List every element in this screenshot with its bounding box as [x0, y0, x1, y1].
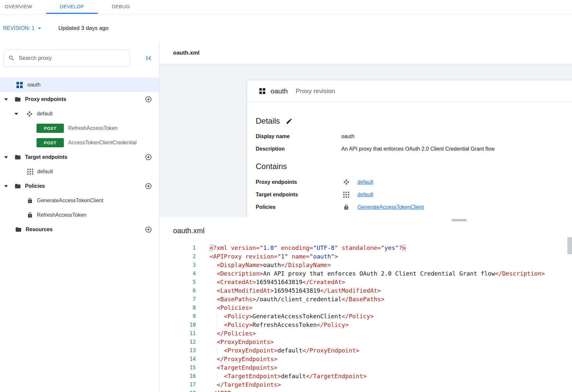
code-line-content[interactable]: </APIProxy> — [204, 389, 249, 392]
tree-item-label: AccessTokenClientCredential — [68, 140, 137, 146]
splitter-handle[interactable] — [452, 219, 467, 221]
revision-selector[interactable]: REVISION: 1 — [3, 25, 43, 32]
code-line-content[interactable]: <APIProxy revision="1" name="oauth"> — [204, 252, 338, 261]
tree-item-target-endpoints[interactable]: Target endpoints — [0, 150, 159, 164]
code-line-content[interactable]: </ProxyEndpoints> — [204, 355, 277, 363]
code-line[interactable]: 9 <Policy>GenerateAccessTokenClient</Pol… — [159, 312, 572, 321]
tree-item-policy-generateaccesstokenclient[interactable]: GenerateAccessTokenClient — [0, 193, 159, 208]
code-line-content[interactable]: <LastModifiedAt>1659451643819</LastModif… — [204, 286, 381, 295]
tree-item-flow-refreshaccesstoken[interactable]: POST RefreshAccessToken — [0, 121, 159, 135]
code-line[interactable]: 12 <ProxyEndpoints> — [159, 338, 572, 346]
code-panel: oauth.xml 1<?xml version="1.0" encoding=… — [159, 223, 572, 392]
tree-item-flow-accesstokenclientcredential[interactable]: POST AccessTokenClientCredential — [0, 135, 159, 150]
code-line-content[interactable]: <TargetEndpoint>default</TargetEndpoint> — [204, 372, 367, 380]
add-proxy-endpoint-button[interactable] — [144, 95, 152, 103]
code-line-content[interactable]: <ProxyEndpoint>default</ProxyEndpoint> — [204, 346, 359, 355]
expand-arrow-icon[interactable] — [4, 185, 8, 187]
code-line-content[interactable]: <CreatedAt>1659451643819</CreatedAt> — [204, 278, 345, 286]
expand-arrow-icon[interactable] — [4, 156, 8, 159]
code-line[interactable]: 2<APIProxy revision="1" name="oauth"> — [159, 252, 572, 261]
tree-item-label: RefreshAccessToken — [68, 125, 117, 131]
add-target-endpoint-button[interactable] — [144, 153, 152, 161]
expand-arrow-icon[interactable] — [14, 113, 18, 115]
line-number: 7 — [159, 295, 204, 304]
code-line[interactable]: 14 </ProxyEndpoints> — [159, 355, 572, 363]
tree-item-oauth[interactable]: oauth — [0, 78, 159, 92]
tree-item-label: RefreshAccessToken — [37, 212, 86, 218]
folder-icon — [14, 154, 21, 160]
code-line[interactable]: 15 <TargetEndpoints> — [159, 363, 572, 372]
target-endpoint-default-link[interactable]: default — [357, 192, 373, 198]
proxy-endpoint-default-link[interactable]: default — [357, 179, 373, 185]
policy-generateaccesstokenclient-link[interactable]: GenerateAccessTokenClient — [357, 204, 424, 210]
code-line[interactable]: 3 <DisplayName>oauth</DisplayName> — [159, 261, 572, 269]
tree-item-policies[interactable]: Policies — [0, 179, 159, 193]
code-line-content[interactable]: <Policy>GenerateAccessTokenClient</Polic… — [204, 312, 374, 321]
code-line-content[interactable]: <DisplayName>oauth</DisplayName> — [204, 261, 331, 269]
line-number: 11 — [159, 329, 204, 338]
code-line-content[interactable]: <Policies> — [204, 304, 252, 312]
tree-item-label: GenerateAccessTokenClient — [37, 198, 103, 204]
code-line-content[interactable]: <Description>An API proxy that enforces … — [204, 269, 545, 278]
tab-overview[interactable]: OVERVIEW — [0, 0, 46, 14]
apigee-develop-page: OVERVIEW DEVELOP DEBUG REVISION: 1 Updat… — [0, 0, 572, 392]
api-proxy-grid-icon — [259, 88, 265, 94]
edit-pencil-icon[interactable] — [286, 118, 293, 125]
file-name: oauth.xml — [173, 50, 199, 56]
code-line[interactable]: 13 <ProxyEndpoint>default</ProxyEndpoint… — [159, 346, 572, 355]
code-line[interactable]: 17 </TargetEndpoints> — [159, 380, 572, 389]
code-line-content[interactable]: </TargetEndpoints> — [204, 380, 281, 389]
search-proxy-input[interactable] — [18, 55, 125, 62]
tree-item-proxy-endpoints[interactable]: Proxy endpoints — [0, 92, 159, 107]
code-line-content[interactable]: <BasePaths>/oauth/client_credential</Bas… — [204, 295, 384, 304]
policies-label: Policies — [256, 204, 341, 210]
contains-heading: Contains — [256, 162, 572, 171]
code-line[interactable]: 7 <BasePaths>/oauth/client_credential</B… — [159, 295, 572, 304]
code-line[interactable]: 6 <LastModifiedAt>1659451643819</LastMod… — [159, 286, 572, 295]
code-line-content[interactable]: <?xml version="1.0" encoding="UTF-8" sta… — [204, 244, 406, 252]
revision-label: REVISION: 1 — [3, 25, 35, 31]
file-header: oauth.xml — [159, 42, 572, 64]
line-number: 9 — [159, 312, 204, 321]
tree-item-label: Resources — [26, 227, 53, 233]
description-label: Description — [256, 146, 341, 152]
tab-debug[interactable]: DEBUG — [98, 0, 143, 14]
proxy-revision-card: oauth Proxy revision Details Display nam… — [247, 80, 572, 217]
line-number: 12 — [159, 338, 204, 346]
card-header: oauth Proxy revision — [247, 80, 572, 102]
description-value: An API proxy that enforces OAuth 2.0 Cli… — [341, 146, 495, 152]
xml-code-editor[interactable]: 1<?xml version="1.0" encoding="UTF-8" st… — [159, 244, 572, 392]
folder-icon — [15, 226, 22, 233]
collapse-panel-icon[interactable] — [144, 54, 153, 62]
tree-item-resources[interactable]: Resources — [0, 222, 159, 237]
code-line[interactable]: 18</APIProxy> — [159, 389, 572, 392]
line-number: 8 — [159, 304, 204, 312]
code-line[interactable]: 16 <TargetEndpoint>default</TargetEndpoi… — [159, 372, 572, 380]
code-line[interactable]: 10 <Policy>RefreshAccessToken</Policy> — [159, 321, 572, 329]
code-line[interactable]: 5 <CreatedAt>1659451643819</CreatedAt> — [159, 278, 572, 286]
tree-item-target-endpoint-default[interactable]: default — [0, 164, 159, 179]
code-line[interactable]: 11 </Policies> — [159, 329, 572, 338]
top-tab-bar: OVERVIEW DEVELOP DEBUG — [0, 0, 572, 14]
tree-item-proxy-endpoint-default[interactable]: default — [0, 107, 159, 121]
code-line[interactable]: 8 <Policies> — [159, 304, 572, 312]
expand-arrow-icon[interactable] — [4, 98, 8, 101]
add-policy-button[interactable] — [144, 182, 152, 190]
code-line[interactable]: 4 <Description>An API proxy that enforce… — [159, 269, 572, 278]
code-line-content[interactable]: <ProxyEndpoints> — [204, 338, 274, 346]
tree-item-policy-refreshaccesstoken[interactable]: RefreshAccessToken — [0, 208, 159, 222]
target-endpoints-row: Target endpoints default — [256, 192, 572, 198]
tree-item-label: oauth — [27, 82, 40, 88]
code-line-content[interactable]: <TargetEndpoints> — [204, 363, 277, 372]
code-line-content[interactable]: </Policies> — [204, 329, 256, 338]
tree-item-label: Policies — [25, 183, 45, 189]
add-resource-button[interactable] — [144, 226, 152, 233]
dropdown-arrow-icon — [36, 25, 43, 32]
policies-row: Policies GenerateAccessTokenClient — [256, 204, 572, 210]
code-line[interactable]: 1<?xml version="1.0" encoding="UTF-8" st… — [159, 244, 572, 252]
code-line-content[interactable]: <Policy>RefreshAccessToken</Policy> — [204, 321, 349, 329]
card-subtitle: Proxy revision — [296, 87, 335, 95]
post-method-badge: POST — [37, 138, 64, 147]
tab-develop[interactable]: DEVELOP — [46, 0, 98, 14]
proxy-endpoints-label: Proxy endpoints — [256, 179, 341, 185]
